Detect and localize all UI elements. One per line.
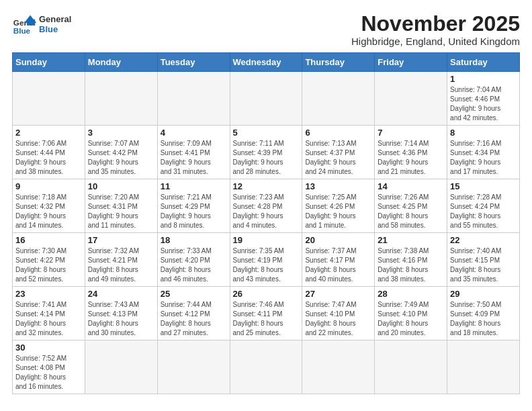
table-row: 29Sunrise: 7:50 AM Sunset: 4:09 PM Dayli… xyxy=(447,287,520,340)
col-thursday: Thursday xyxy=(302,53,375,72)
header: General Blue General Blue November 2025 … xyxy=(12,12,520,47)
table-row: 15Sunrise: 7:28 AM Sunset: 4:24 PM Dayli… xyxy=(447,179,520,233)
month-year-title: November 2025 xyxy=(351,12,520,36)
table-row: 1Sunrise: 7:04 AM Sunset: 4:46 PM Daylig… xyxy=(447,72,520,126)
table-row: 27Sunrise: 7:47 AM Sunset: 4:10 PM Dayli… xyxy=(302,287,375,340)
col-saturday: Saturday xyxy=(447,53,520,72)
svg-text:Blue: Blue xyxy=(13,26,31,35)
table-row: 14Sunrise: 7:26 AM Sunset: 4:25 PM Dayli… xyxy=(375,179,447,233)
table-row xyxy=(85,72,157,126)
table-row: 30Sunrise: 7:52 AM Sunset: 4:08 PM Dayli… xyxy=(13,340,85,394)
logo-general: General xyxy=(39,14,71,24)
table-row xyxy=(375,340,447,394)
table-row xyxy=(13,72,85,126)
table-row: 19Sunrise: 7:35 AM Sunset: 4:19 PM Dayli… xyxy=(230,233,302,287)
calendar-table: Sunday Monday Tuesday Wednesday Thursday… xyxy=(12,52,520,394)
table-row xyxy=(157,340,230,394)
svg-marker-3 xyxy=(28,19,36,26)
table-row: 26Sunrise: 7:46 AM Sunset: 4:11 PM Dayli… xyxy=(230,287,302,340)
table-row: 9Sunrise: 7:18 AM Sunset: 4:32 PM Daylig… xyxy=(13,179,85,233)
table-row: 21Sunrise: 7:38 AM Sunset: 4:16 PM Dayli… xyxy=(375,233,447,287)
col-tuesday: Tuesday xyxy=(157,53,230,72)
table-row: 20Sunrise: 7:37 AM Sunset: 4:17 PM Dayli… xyxy=(302,233,375,287)
table-row: 25Sunrise: 7:44 AM Sunset: 4:12 PM Dayli… xyxy=(157,287,230,340)
table-row xyxy=(375,72,447,126)
table-row: 13Sunrise: 7:25 AM Sunset: 4:26 PM Dayli… xyxy=(302,179,375,233)
table-row: 3Sunrise: 7:07 AM Sunset: 4:42 PM Daylig… xyxy=(85,126,157,179)
table-row: 18Sunrise: 7:33 AM Sunset: 4:20 PM Dayli… xyxy=(157,233,230,287)
table-row: 10Sunrise: 7:20 AM Sunset: 4:31 PM Dayli… xyxy=(85,179,157,233)
table-row xyxy=(302,72,375,126)
table-row: 5Sunrise: 7:11 AM Sunset: 4:39 PM Daylig… xyxy=(230,126,302,179)
table-row xyxy=(447,340,520,394)
table-row: 22Sunrise: 7:40 AM Sunset: 4:15 PM Dayli… xyxy=(447,233,520,287)
location-subtitle: Highbridge, England, United Kingdom xyxy=(351,36,520,47)
table-row: 28Sunrise: 7:49 AM Sunset: 4:10 PM Dayli… xyxy=(375,287,447,340)
calendar-header-row: Sunday Monday Tuesday Wednesday Thursday… xyxy=(13,53,520,72)
title-area: November 2025 Highbridge, England, Unite… xyxy=(351,12,520,47)
table-row xyxy=(85,340,157,394)
logo-blue: Blue xyxy=(39,24,71,34)
table-row xyxy=(157,72,230,126)
logo-icon: General Blue xyxy=(12,12,36,36)
col-wednesday: Wednesday xyxy=(230,53,302,72)
table-row: 24Sunrise: 7:43 AM Sunset: 4:13 PM Dayli… xyxy=(85,287,157,340)
table-row: 7Sunrise: 7:14 AM Sunset: 4:36 PM Daylig… xyxy=(375,126,447,179)
table-row: 17Sunrise: 7:32 AM Sunset: 4:21 PM Dayli… xyxy=(85,233,157,287)
table-row: 4Sunrise: 7:09 AM Sunset: 4:41 PM Daylig… xyxy=(157,126,230,179)
col-friday: Friday xyxy=(375,53,447,72)
table-row: 16Sunrise: 7:30 AM Sunset: 4:22 PM Dayli… xyxy=(13,233,85,287)
table-row: 8Sunrise: 7:16 AM Sunset: 4:34 PM Daylig… xyxy=(447,126,520,179)
table-row xyxy=(230,72,302,126)
table-row xyxy=(230,340,302,394)
table-row: 6Sunrise: 7:13 AM Sunset: 4:37 PM Daylig… xyxy=(302,126,375,179)
table-row xyxy=(302,340,375,394)
table-row: 11Sunrise: 7:21 AM Sunset: 4:29 PM Dayli… xyxy=(157,179,230,233)
table-row: 2Sunrise: 7:06 AM Sunset: 4:44 PM Daylig… xyxy=(13,126,85,179)
col-sunday: Sunday xyxy=(13,53,85,72)
table-row: 23Sunrise: 7:41 AM Sunset: 4:14 PM Dayli… xyxy=(13,287,85,340)
col-monday: Monday xyxy=(85,53,157,72)
table-row: 12Sunrise: 7:23 AM Sunset: 4:28 PM Dayli… xyxy=(230,179,302,233)
logo: General Blue General Blue xyxy=(12,12,71,36)
